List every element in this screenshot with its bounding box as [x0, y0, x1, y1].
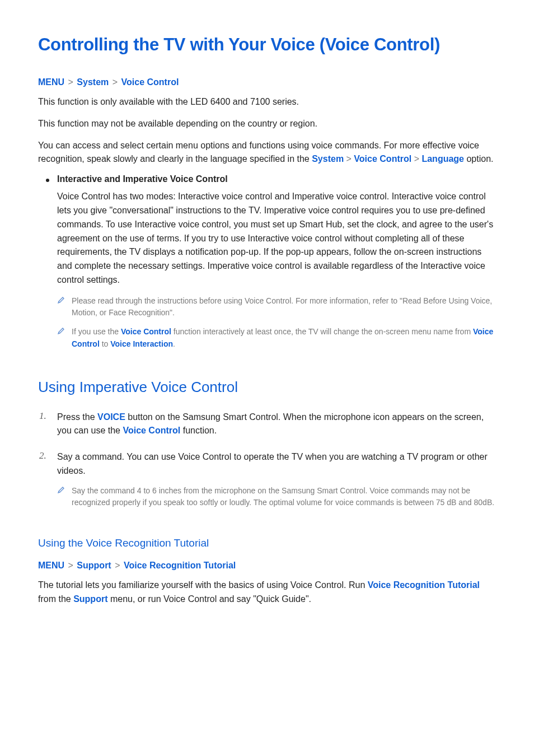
chevron-right-icon: > [414, 154, 419, 164]
step-body: Say a command. You can use Voice Control… [57, 450, 496, 478]
steps-list: Press the VOICE button on the Samsung Sm… [38, 410, 496, 510]
menu-path-segment: Voice Control [354, 154, 411, 164]
note: Say the command 4 to 6 inches from the m… [57, 485, 496, 509]
breadcrumb-segment: MENU [38, 77, 64, 87]
subsection-heading: Using the Voice Recognition Tutorial [38, 537, 496, 549]
intro-paragraph: This function may not be available depen… [38, 117, 496, 131]
section-heading: Using Imperative Voice Control [38, 379, 496, 396]
chevron-right-icon: > [113, 77, 118, 87]
feature-list: Interactive and Imperative Voice Control… [38, 174, 496, 350]
chevron-right-icon: > [68, 561, 73, 570]
tutorial-paragraph: The tutorial lets you familiarize yourse… [38, 578, 496, 606]
list-item: Interactive and Imperative Voice Control… [38, 174, 496, 350]
breadcrumb-segment: MENU [38, 561, 64, 570]
breadcrumb-voice-control: MENU > System > Voice Control [38, 77, 496, 87]
chevron-right-icon: > [68, 77, 73, 87]
pencil-icon [57, 296, 65, 308]
list-item-body: Voice Control has two modes: Interactive… [57, 190, 496, 287]
svg-line-2 [59, 491, 60, 492]
breadcrumb-segment: Support [77, 561, 111, 570]
note-text: Say the command 4 to 6 inches from the m… [72, 485, 496, 509]
step-item: Say a command. You can use Voice Control… [38, 450, 496, 509]
page-title: Controlling the TV with Your Voice (Voic… [38, 35, 496, 55]
note-text: If you use the Voice Control function in… [72, 326, 496, 350]
chevron-right-icon: > [115, 561, 120, 570]
breadcrumb-tutorial: MENU > Support > Voice Recognition Tutor… [38, 561, 496, 571]
step-body: Press the VOICE button on the Samsung Sm… [57, 410, 496, 438]
pencil-icon [57, 486, 65, 498]
menu-path-segment: System [312, 154, 344, 164]
chevron-right-icon: > [346, 154, 352, 164]
pencil-icon [57, 326, 65, 339]
breadcrumb-segment: Voice Control [121, 77, 179, 87]
note: Please read through the instructions bef… [57, 295, 496, 319]
note: If you use the Voice Control function in… [57, 326, 496, 350]
menu-path-segment: Language [421, 154, 464, 164]
list-item-title: Interactive and Imperative Voice Control [57, 174, 496, 184]
intro-paragraph: You can access and select certain menu o… [38, 139, 496, 167]
intro-paragraph: This function is only available with the… [38, 95, 496, 109]
svg-line-1 [59, 332, 60, 333]
breadcrumb-segment: System [77, 77, 109, 87]
note-text: Please read through the instructions bef… [72, 295, 496, 319]
step-item: Press the VOICE button on the Samsung Sm… [38, 410, 496, 438]
voice-button-label: VOICE [97, 412, 125, 422]
svg-line-0 [59, 301, 60, 302]
breadcrumb-segment: Voice Recognition Tutorial [124, 561, 236, 570]
